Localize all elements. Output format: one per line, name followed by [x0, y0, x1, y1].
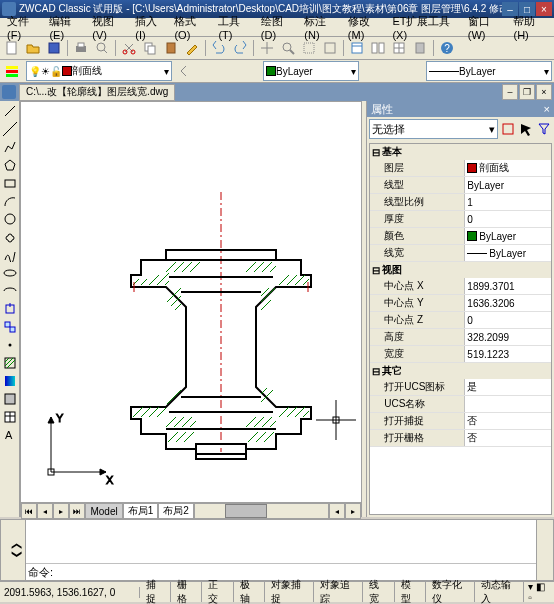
open-icon[interactable]: [23, 38, 43, 58]
cut-icon[interactable]: [119, 38, 139, 58]
undo-icon[interactable]: [209, 38, 229, 58]
hscrollbar[interactable]: [194, 503, 330, 519]
tool-palette-icon[interactable]: [389, 38, 409, 58]
properties-icon[interactable]: [347, 38, 367, 58]
property-row[interactable]: 打开栅格否: [370, 430, 551, 447]
property-row[interactable]: 颜色ByLayer: [370, 228, 551, 245]
revcloud-icon[interactable]: [2, 229, 18, 245]
polygon-icon[interactable]: [2, 157, 18, 173]
ellipse-icon[interactable]: [2, 265, 18, 281]
property-row[interactable]: 线宽ByLayer: [370, 245, 551, 262]
arc-icon[interactable]: [2, 193, 18, 209]
status-toggle[interactable]: 捕捉: [140, 582, 171, 602]
help-icon[interactable]: ?: [437, 38, 457, 58]
gradient-icon[interactable]: [2, 373, 18, 389]
preview-icon[interactable]: [92, 38, 112, 58]
mdi-minimize-button[interactable]: –: [502, 84, 518, 100]
line-icon[interactable]: [2, 103, 18, 119]
layout2-tab[interactable]: 布局2: [158, 503, 194, 519]
mtext-icon[interactable]: A: [2, 427, 18, 443]
design-center-icon[interactable]: [368, 38, 388, 58]
property-row[interactable]: 宽度519.1223: [370, 346, 551, 363]
hatch-icon[interactable]: [2, 355, 18, 371]
property-row[interactable]: 图层剖面线: [370, 160, 551, 177]
property-row[interactable]: 厚度0: [370, 211, 551, 228]
chevron-down-icon[interactable]: ▾: [544, 66, 549, 77]
tab-prev-button[interactable]: ◂: [37, 503, 53, 519]
print-icon[interactable]: [71, 38, 91, 58]
command-scrollbar[interactable]: [536, 520, 553, 580]
block-icon[interactable]: [2, 319, 18, 335]
layout1-tab[interactable]: 布局1: [123, 503, 159, 519]
tab-next-button[interactable]: ▸: [53, 503, 69, 519]
quick-select-icon[interactable]: [536, 121, 552, 137]
property-category[interactable]: ⊟ 其它: [370, 363, 551, 379]
pan-icon[interactable]: [257, 38, 277, 58]
match-icon[interactable]: [182, 38, 202, 58]
status-toggle[interactable]: 对象捕捉: [265, 582, 314, 602]
new-icon[interactable]: [2, 38, 22, 58]
mdi-close-button[interactable]: ×: [536, 84, 552, 100]
circle-icon[interactable]: [2, 211, 18, 227]
command-history[interactable]: [26, 520, 536, 563]
tab-last-button[interactable]: ⏭: [69, 503, 85, 519]
zoom-prev-icon[interactable]: [320, 38, 340, 58]
ellipse-arc-icon[interactable]: [2, 283, 18, 299]
document-tab[interactable]: C:\...改【轮廓线】图层线宽.dwg: [19, 84, 175, 101]
zoom-window-icon[interactable]: [299, 38, 319, 58]
menu-item[interactable]: 帮助(H): [508, 13, 552, 42]
model-tab[interactable]: Model: [85, 503, 122, 519]
status-toggle[interactable]: 栅格: [171, 582, 202, 602]
color-dropdown[interactable]: ByLayer ▾: [263, 61, 359, 81]
property-row[interactable]: UCS名称: [370, 396, 551, 413]
status-toggle[interactable]: 正交: [202, 582, 233, 602]
pline-icon[interactable]: [2, 139, 18, 155]
layer-props-icon[interactable]: [2, 61, 22, 81]
property-row[interactable]: 高度328.2099: [370, 329, 551, 346]
insert-icon[interactable]: [2, 301, 18, 317]
properties-titlebar[interactable]: 属性 ×: [367, 101, 554, 117]
scroll-right-button[interactable]: ▸: [345, 503, 361, 519]
pick-add-icon[interactable]: [500, 121, 516, 137]
region-icon[interactable]: [2, 391, 18, 407]
copy-icon[interactable]: [140, 38, 160, 58]
xline-icon[interactable]: [2, 121, 18, 137]
scroll-left-button[interactable]: ◂: [329, 503, 345, 519]
menu-item[interactable]: 窗口(W): [463, 13, 509, 42]
property-category[interactable]: ⊟ 视图: [370, 262, 551, 278]
property-row[interactable]: 中心点 Z0: [370, 312, 551, 329]
property-row[interactable]: 线型比例1: [370, 194, 551, 211]
tab-first-button[interactable]: ⏮: [21, 503, 37, 519]
canvas[interactable]: YX: [21, 102, 361, 502]
selection-dropdown[interactable]: 无选择▾: [369, 119, 498, 139]
chevron-down-icon[interactable]: ▾: [351, 66, 356, 77]
paste-icon[interactable]: [161, 38, 181, 58]
linetype-dropdown[interactable]: ByLayer ▾: [426, 61, 552, 81]
calc-icon[interactable]: [410, 38, 430, 58]
spline-icon[interactable]: [2, 247, 18, 263]
property-row[interactable]: 中心点 X1899.3701: [370, 278, 551, 295]
property-row[interactable]: 线型ByLayer: [370, 177, 551, 194]
status-toggle[interactable]: 动态输入: [475, 582, 524, 602]
save-icon[interactable]: [44, 38, 64, 58]
property-row[interactable]: 打开UCS图标是: [370, 379, 551, 396]
table-icon[interactable]: [2, 409, 18, 425]
point-icon[interactable]: [2, 337, 18, 353]
status-toggle[interactable]: 线宽: [363, 582, 394, 602]
mdi-restore-button[interactable]: ❐: [519, 84, 535, 100]
layer-dropdown[interactable]: 💡 ☀ 🔓 剖面线 ▾: [26, 61, 172, 81]
status-toggle[interactable]: 极轴: [234, 582, 265, 602]
zoom-icon[interactable]: [278, 38, 298, 58]
status-toggle[interactable]: 数字化仪: [426, 582, 475, 602]
chevron-down-icon[interactable]: ▾: [164, 66, 169, 77]
status-toggle[interactable]: 对象追踪: [314, 582, 363, 602]
property-row[interactable]: 打开捕捉否: [370, 413, 551, 430]
layer-prev-icon[interactable]: [176, 61, 196, 81]
property-row[interactable]: 中心点 Y1636.3206: [370, 295, 551, 312]
status-toggle[interactable]: 模型: [395, 582, 426, 602]
rectangle-icon[interactable]: [2, 175, 18, 191]
redo-icon[interactable]: [230, 38, 250, 58]
chevron-down-icon[interactable]: ▾: [489, 123, 495, 136]
property-category[interactable]: ⊟ 基本: [370, 144, 551, 160]
properties-close-icon[interactable]: ×: [544, 103, 550, 115]
